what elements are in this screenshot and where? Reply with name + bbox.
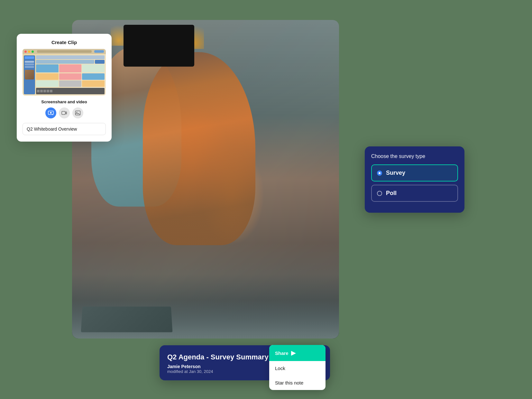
svg-point-1 (50, 112, 51, 114)
survey-option-poll-label: Poll (386, 190, 397, 197)
clip-name-input[interactable] (23, 123, 106, 135)
note-card: Q2 Agenda - Survey Summary ☆ ••• Jamie P… (160, 345, 330, 380)
context-menu-share[interactable]: Share ▶ (269, 345, 326, 361)
radio-poll-empty (377, 191, 382, 196)
screenshot-preview (23, 49, 106, 96)
note-title: Q2 Agenda - Survey Summary (167, 353, 269, 361)
survey-card-title: Choose the survey type (371, 153, 458, 159)
svg-point-4 (76, 112, 77, 113)
survey-option-survey[interactable]: Survey (371, 164, 458, 181)
survey-option-poll[interactable]: Poll (371, 185, 458, 202)
survey-option-survey-label: Survey (386, 170, 405, 176)
star-note-label: Star this note (275, 380, 303, 385)
image-button[interactable] (72, 107, 83, 118)
context-menu: Share ▶ Lock Star this note (269, 345, 326, 390)
radio-survey-selected (377, 171, 382, 176)
svg-rect-2 (62, 111, 65, 115)
screenshare-label: Screenshare and video (23, 99, 106, 104)
cursor-icon: ▶ (291, 349, 296, 357)
create-clip-card: Create Clip (17, 34, 112, 142)
context-menu-star[interactable]: Star this note (269, 376, 326, 390)
context-menu-lock[interactable]: Lock (269, 361, 326, 376)
create-clip-title: Create Clip (23, 40, 106, 45)
capture-icons (23, 107, 106, 118)
lock-label: Lock (275, 366, 285, 371)
screen-record-button[interactable] (45, 107, 56, 118)
survey-card: Choose the survey type Survey Poll (365, 146, 464, 213)
video-button[interactable] (59, 107, 70, 118)
background-photo (72, 20, 339, 339)
share-label: Share (275, 350, 289, 356)
